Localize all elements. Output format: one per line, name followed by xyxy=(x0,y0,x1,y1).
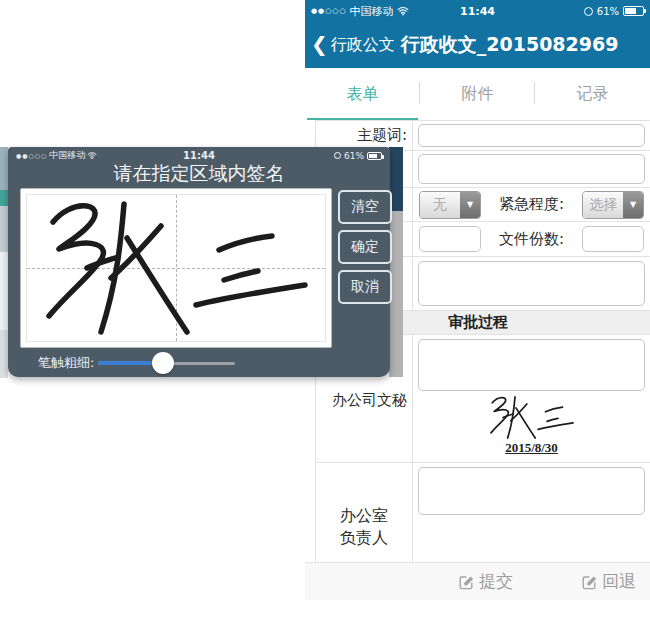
subject-label: 主题词: xyxy=(316,121,413,150)
tab-attachments-label: 附件 xyxy=(462,84,494,105)
signature-date: 2015/8/30 xyxy=(505,440,558,456)
tab-form-label: 表单 xyxy=(347,84,379,105)
signature-strokes-image xyxy=(21,189,333,347)
phone-status-bar: ●●○○○ 中国移动 11:44 61% xyxy=(305,0,650,22)
copies-label: 文件份数: xyxy=(499,230,564,249)
edit-icon xyxy=(581,574,597,590)
action-footer: 提交 回退 xyxy=(305,562,650,600)
overlay-left-edge-artifact xyxy=(0,147,8,378)
subject-input[interactable] xyxy=(418,124,645,147)
signature-pad[interactable] xyxy=(20,188,332,348)
dropdown-arrow-icon: ▼ xyxy=(623,192,643,218)
rollback-button[interactable]: 回退 xyxy=(581,570,636,593)
battery-percent-label: 61% xyxy=(597,6,619,17)
stroke-width-slider-row: 笔触粗细: xyxy=(8,351,390,375)
rollback-label: 回退 xyxy=(602,570,636,593)
stroke-width-label: 笔触粗细: xyxy=(38,354,94,372)
dropdown-arrow-icon: ▼ xyxy=(460,192,480,218)
signature-dialog: ●●○○○ 中国移动 11:44 61% 请在指定区域内签名 清空 确定 取消 … xyxy=(8,147,390,377)
status-time: 11:44 xyxy=(8,150,390,161)
urgency-none-value: 无 xyxy=(420,192,460,218)
battery-icon xyxy=(367,152,382,160)
secretary-signature-block: 2015/8/30 xyxy=(418,391,645,458)
page-title: 行政收文_2015082969 xyxy=(401,32,619,58)
remarks-textarea[interactable] xyxy=(418,261,645,306)
battery-percent-label: 61% xyxy=(344,151,364,161)
director-label: 办公室 负责人 xyxy=(316,463,413,563)
submit-button[interactable]: 提交 xyxy=(458,570,513,593)
urgency-select-value: 选择 xyxy=(583,192,623,218)
orientation-lock-icon xyxy=(584,7,593,16)
tab-bar: 表单 附件 记录 xyxy=(305,68,650,120)
tab-records-label: 记录 xyxy=(577,84,609,105)
edit-icon xyxy=(458,574,474,590)
back-button[interactable]: 行政公文 xyxy=(331,35,395,56)
approval-header-label: 审批过程 xyxy=(448,313,508,332)
tab-attachments[interactable]: 附件 xyxy=(420,68,535,120)
slider-thumb[interactable] xyxy=(152,352,174,374)
stroke-width-slider[interactable] xyxy=(98,351,235,375)
back-chevron-icon[interactable]: ❮ xyxy=(311,32,328,56)
director-opinion-input[interactable] xyxy=(418,467,645,515)
clear-button[interactable]: 清空 xyxy=(338,190,392,224)
urgency-none-dropdown[interactable]: 无 ▼ xyxy=(419,191,481,219)
secretary-signature-image xyxy=(482,393,582,442)
urgency-select-dropdown[interactable]: 选择 ▼ xyxy=(582,191,644,219)
dialog-title: 请在指定区域内签名 xyxy=(8,161,390,187)
confirm-button[interactable]: 确定 xyxy=(338,230,392,264)
director-label-line2: 负责人 xyxy=(340,527,388,549)
director-label-line1: 办公室 xyxy=(340,505,388,527)
tab-records[interactable]: 记录 xyxy=(535,68,650,120)
cancel-button[interactable]: 取消 xyxy=(338,270,392,304)
dialog-button-column: 清空 确定 取消 xyxy=(338,190,392,304)
nav-bar: ❮ 行政公文 行政收文_2015082969 xyxy=(305,22,650,68)
copies-input[interactable] xyxy=(582,226,644,252)
secretary-opinion-input[interactable] xyxy=(418,339,645,391)
battery-icon xyxy=(623,6,644,16)
urgency-label: 紧急程度: xyxy=(499,195,564,214)
form-row-director: 办公室 负责人 xyxy=(316,463,650,563)
screenshot-canvas: ●●○○○ 中国移动 11:44 61% ❮ 行政公文 行政收文_2015082… xyxy=(0,0,650,625)
orientation-lock-icon xyxy=(334,152,341,159)
row2-input[interactable] xyxy=(418,154,645,184)
copies-left-input[interactable] xyxy=(419,226,481,252)
submit-label: 提交 xyxy=(479,570,513,593)
tab-form[interactable]: 表单 xyxy=(305,68,420,120)
director-signature-empty xyxy=(418,515,645,559)
